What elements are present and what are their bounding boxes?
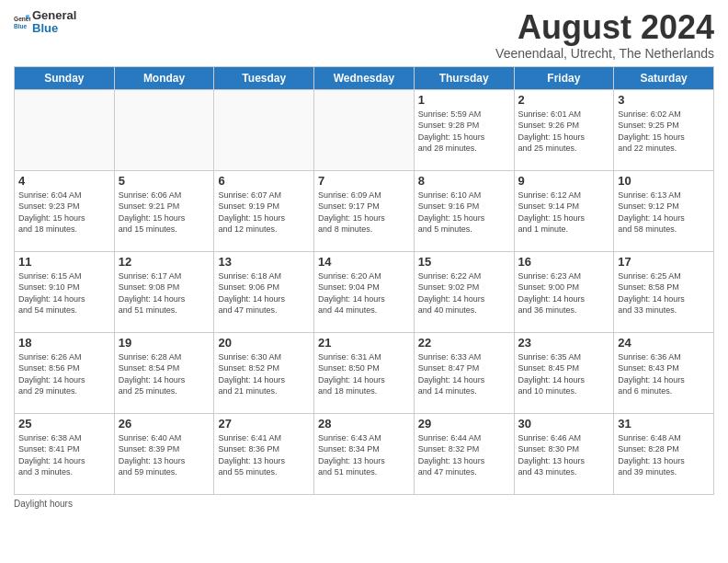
- calendar-cell: 27Sunrise: 6:41 AM Sunset: 8:36 PM Dayli…: [214, 413, 314, 494]
- day-info: Sunrise: 6:33 AM Sunset: 8:47 PM Dayligh…: [418, 351, 510, 397]
- calendar-cell: 8Sunrise: 6:10 AM Sunset: 9:16 PM Daylig…: [414, 170, 514, 251]
- day-info: Sunrise: 6:20 AM Sunset: 9:04 PM Dayligh…: [318, 270, 410, 316]
- month-title: August 2024: [495, 9, 714, 46]
- calendar-cell: 1Sunrise: 5:59 AM Sunset: 9:28 PM Daylig…: [414, 89, 514, 170]
- day-info: Sunrise: 6:48 AM Sunset: 8:28 PM Dayligh…: [618, 432, 710, 478]
- calendar-cell: 11Sunrise: 6:15 AM Sunset: 9:10 PM Dayli…: [15, 251, 115, 332]
- calendar-cell: 3Sunrise: 6:02 AM Sunset: 9:25 PM Daylig…: [614, 89, 714, 170]
- day-info: Sunrise: 6:04 AM Sunset: 9:23 PM Dayligh…: [18, 190, 110, 236]
- week-row-2: 4Sunrise: 6:04 AM Sunset: 9:23 PM Daylig…: [15, 170, 714, 251]
- day-number: 16: [518, 255, 610, 269]
- weekday-header-tuesday: Tuesday: [214, 66, 314, 89]
- calendar-table: SundayMondayTuesdayWednesdayThursdayFrid…: [14, 66, 714, 495]
- day-number: 13: [218, 255, 310, 269]
- day-info: Sunrise: 6:17 AM Sunset: 9:08 PM Dayligh…: [119, 270, 210, 316]
- weekday-header-monday: Monday: [114, 66, 214, 89]
- day-info: Sunrise: 6:36 AM Sunset: 8:43 PM Dayligh…: [618, 351, 710, 397]
- weekday-header-wednesday: Wednesday: [314, 66, 415, 89]
- day-info: Sunrise: 6:23 AM Sunset: 9:00 PM Dayligh…: [518, 270, 610, 316]
- calendar-cell: [314, 89, 415, 170]
- day-number: 7: [318, 174, 410, 188]
- calendar-cell: 21Sunrise: 6:31 AM Sunset: 8:50 PM Dayli…: [314, 332, 415, 413]
- day-info: Sunrise: 6:02 AM Sunset: 9:25 PM Dayligh…: [618, 109, 710, 155]
- calendar-cell: 6Sunrise: 6:07 AM Sunset: 9:19 PM Daylig…: [214, 170, 314, 251]
- day-number: 6: [218, 174, 310, 188]
- day-info: Sunrise: 6:38 AM Sunset: 8:41 PM Dayligh…: [18, 432, 110, 478]
- week-row-4: 18Sunrise: 6:26 AM Sunset: 8:56 PM Dayli…: [15, 332, 714, 413]
- day-number: 27: [218, 417, 310, 431]
- logo-blue-text: Blue: [32, 22, 76, 35]
- calendar-cell: 12Sunrise: 6:17 AM Sunset: 9:08 PM Dayli…: [114, 251, 214, 332]
- day-number: 2: [518, 93, 610, 107]
- day-info: Sunrise: 6:46 AM Sunset: 8:30 PM Dayligh…: [518, 432, 610, 478]
- day-info: Sunrise: 6:25 AM Sunset: 8:58 PM Dayligh…: [618, 270, 710, 316]
- calendar-cell: 9Sunrise: 6:12 AM Sunset: 9:14 PM Daylig…: [514, 170, 614, 251]
- day-info: Sunrise: 5:59 AM Sunset: 9:28 PM Dayligh…: [418, 109, 510, 155]
- day-info: Sunrise: 6:06 AM Sunset: 9:21 PM Dayligh…: [119, 190, 210, 236]
- day-number: 28: [318, 417, 410, 431]
- calendar-cell: 30Sunrise: 6:46 AM Sunset: 8:30 PM Dayli…: [514, 413, 614, 494]
- day-info: Sunrise: 6:12 AM Sunset: 9:14 PM Dayligh…: [518, 190, 610, 236]
- calendar-cell: 29Sunrise: 6:44 AM Sunset: 8:32 PM Dayli…: [414, 413, 514, 494]
- title-section: August 2024 Veenendaal, Utrecht, The Net…: [495, 9, 714, 61]
- location-title: Veenendaal, Utrecht, The Netherlands: [495, 46, 714, 61]
- calendar-cell: 10Sunrise: 6:13 AM Sunset: 9:12 PM Dayli…: [614, 170, 714, 251]
- day-info: Sunrise: 6:07 AM Sunset: 9:19 PM Dayligh…: [218, 190, 310, 236]
- day-number: 20: [218, 336, 310, 350]
- day-info: Sunrise: 6:31 AM Sunset: 8:50 PM Dayligh…: [318, 351, 410, 397]
- calendar-cell: 15Sunrise: 6:22 AM Sunset: 9:02 PM Dayli…: [414, 251, 514, 332]
- day-number: 18: [18, 336, 110, 350]
- day-number: 12: [119, 255, 210, 269]
- day-number: 30: [518, 417, 610, 431]
- calendar-cell: 2Sunrise: 6:01 AM Sunset: 9:26 PM Daylig…: [514, 89, 614, 170]
- calendar-cell: 4Sunrise: 6:04 AM Sunset: 9:23 PM Daylig…: [15, 170, 115, 251]
- calendar-cell: 20Sunrise: 6:30 AM Sunset: 8:52 PM Dayli…: [214, 332, 314, 413]
- day-number: 15: [418, 255, 510, 269]
- day-number: 21: [318, 336, 410, 350]
- day-number: 29: [418, 417, 510, 431]
- calendar-cell: 18Sunrise: 6:26 AM Sunset: 8:56 PM Dayli…: [15, 332, 115, 413]
- week-row-1: 1Sunrise: 5:59 AM Sunset: 9:28 PM Daylig…: [15, 89, 714, 170]
- calendar-cell: [114, 89, 214, 170]
- day-number: 19: [119, 336, 210, 350]
- weekday-header-friday: Friday: [514, 66, 614, 89]
- calendar-cell: 26Sunrise: 6:40 AM Sunset: 8:39 PM Dayli…: [114, 413, 214, 494]
- day-info: Sunrise: 6:09 AM Sunset: 9:17 PM Dayligh…: [318, 190, 410, 236]
- main-container: General Blue General Blue August 2024 Ve…: [0, 0, 728, 513]
- calendar-cell: 14Sunrise: 6:20 AM Sunset: 9:04 PM Dayli…: [314, 251, 415, 332]
- day-number: 9: [518, 174, 610, 188]
- day-info: Sunrise: 6:35 AM Sunset: 8:45 PM Dayligh…: [518, 351, 610, 397]
- day-info: Sunrise: 6:10 AM Sunset: 9:16 PM Dayligh…: [418, 190, 510, 236]
- calendar-cell: 28Sunrise: 6:43 AM Sunset: 8:34 PM Dayli…: [314, 413, 415, 494]
- day-info: Sunrise: 6:40 AM Sunset: 8:39 PM Dayligh…: [119, 432, 210, 478]
- day-number: 24: [618, 336, 710, 350]
- logo: General Blue General Blue: [14, 9, 76, 36]
- day-info: Sunrise: 6:26 AM Sunset: 8:56 PM Dayligh…: [18, 351, 110, 397]
- day-number: 1: [418, 93, 510, 107]
- day-info: Sunrise: 6:15 AM Sunset: 9:10 PM Dayligh…: [18, 270, 110, 316]
- logo-general-text: General: [32, 9, 76, 22]
- day-number: 11: [18, 255, 110, 269]
- day-number: 17: [618, 255, 710, 269]
- week-row-3: 11Sunrise: 6:15 AM Sunset: 9:10 PM Dayli…: [15, 251, 714, 332]
- calendar-cell: [15, 89, 115, 170]
- day-number: 31: [618, 417, 710, 431]
- svg-text:Blue: Blue: [14, 23, 28, 29]
- calendar-cell: 25Sunrise: 6:38 AM Sunset: 8:41 PM Dayli…: [15, 413, 115, 494]
- day-number: 8: [418, 174, 510, 188]
- day-info: Sunrise: 6:30 AM Sunset: 8:52 PM Dayligh…: [218, 351, 310, 397]
- logo-icon: General Blue: [14, 14, 30, 30]
- day-number: 5: [119, 174, 210, 188]
- calendar-cell: 13Sunrise: 6:18 AM Sunset: 9:06 PM Dayli…: [214, 251, 314, 332]
- day-number: 22: [418, 336, 510, 350]
- calendar-cell: 19Sunrise: 6:28 AM Sunset: 8:54 PM Dayli…: [114, 332, 214, 413]
- day-number: 4: [18, 174, 110, 188]
- day-number: 10: [618, 174, 710, 188]
- day-number: 23: [518, 336, 610, 350]
- calendar-cell: 5Sunrise: 6:06 AM Sunset: 9:21 PM Daylig…: [114, 170, 214, 251]
- calendar-cell: 24Sunrise: 6:36 AM Sunset: 8:43 PM Dayli…: [614, 332, 714, 413]
- day-number: 25: [18, 417, 110, 431]
- calendar-cell: 17Sunrise: 6:25 AM Sunset: 8:58 PM Dayli…: [614, 251, 714, 332]
- calendar-cell: [214, 89, 314, 170]
- calendar-cell: 7Sunrise: 6:09 AM Sunset: 9:17 PM Daylig…: [314, 170, 415, 251]
